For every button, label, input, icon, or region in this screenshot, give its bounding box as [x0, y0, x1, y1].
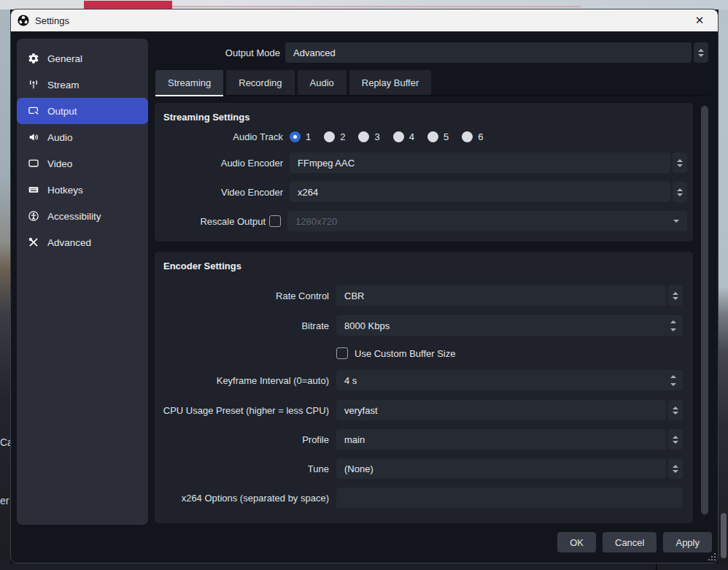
accessibility-icon — [28, 210, 39, 222]
spinner-icon[interactable] — [673, 153, 687, 173]
audio-encoder-select[interactable]: FFmpeg AAC — [290, 153, 687, 173]
radio-icon — [324, 131, 335, 142]
streaming-settings-panel: Streaming Settings Audio Track 1 2 3 4 5… — [155, 103, 693, 242]
chevron-down-icon — [673, 220, 679, 223]
settings-sidebar: General Stream Output Audio Video Hotkey… — [17, 39, 148, 525]
x264-options-input[interactable] — [336, 488, 683, 508]
sidebar-item-hotkeys[interactable]: Hotkeys — [17, 177, 148, 203]
radio-track-1[interactable]: 1 — [290, 131, 311, 142]
sidebar-item-video[interactable]: Video — [17, 150, 148, 177]
resize-grip[interactable] — [708, 553, 716, 561]
close-button[interactable]: ✕ — [686, 9, 713, 31]
sidebar-item-accessibility[interactable]: Accessibility — [17, 203, 148, 229]
radio-track-3[interactable]: 3 — [358, 131, 379, 142]
video-encoder-label: Video Encoder — [155, 187, 283, 198]
background-text-fragment: Ca — [0, 436, 10, 448]
radio-icon — [427, 131, 438, 142]
audio-track-label: Audio Track — [155, 131, 283, 142]
rescale-resolution-combobox[interactable]: 1280x720 — [287, 211, 687, 231]
profile-label: Profile — [155, 434, 329, 445]
tab-recording[interactable]: Recording — [226, 70, 294, 95]
cpu-preset-row: CPU Usage Preset (higher = less CPU) ver… — [155, 400, 693, 420]
use-custom-buffer-checkbox[interactable]: Use Custom Buffer Size — [336, 347, 455, 359]
output-tabs: Streaming Recording Audio Replay Buffer — [155, 70, 708, 96]
rate-control-row: Rate Control CBR — [155, 285, 693, 306]
speaker-icon — [28, 131, 39, 143]
spinner-icon[interactable] — [670, 370, 676, 390]
output-mode-select[interactable]: Advanced — [285, 42, 708, 63]
profile-select[interactable]: main — [336, 429, 683, 450]
audio-track-radios: 1 2 3 4 5 6 — [290, 131, 483, 142]
background-divider — [656, 563, 657, 570]
scrollbar-thumb[interactable] — [701, 106, 708, 515]
profile-row: Profile main — [155, 429, 693, 450]
sidebar-item-audio[interactable]: Audio — [17, 124, 148, 150]
dialog-footer: OK Cancel Apply — [557, 532, 712, 552]
rescale-output-row: Rescale Output 1280x720 — [155, 211, 693, 231]
video-encoder-row: Video Encoder x264 — [155, 182, 693, 202]
radio-track-2[interactable]: 2 — [324, 131, 345, 142]
ok-button[interactable]: OK — [557, 532, 596, 552]
custom-buffer-row: Use Custom Buffer Size — [155, 346, 693, 361]
x264-options-row: x264 Options (separated by space) — [155, 488, 693, 508]
tab-streaming[interactable]: Streaming — [155, 70, 223, 96]
audio-encoder-label: Audio Encoder — [155, 158, 283, 169]
output-icon — [28, 105, 39, 117]
tools-icon — [28, 236, 39, 248]
close-icon: ✕ — [695, 14, 705, 27]
background-left-strip: Ca er — [0, 9, 10, 563]
obs-logo-icon — [18, 15, 29, 26]
spinner-icon[interactable] — [694, 42, 708, 63]
rescale-output-checkbox[interactable] — [269, 215, 281, 227]
audio-encoder-row: Audio Encoder FFmpeg AAC — [155, 153, 693, 173]
display-icon — [28, 158, 39, 169]
radio-track-6[interactable]: 6 — [462, 131, 483, 142]
radio-icon — [358, 131, 369, 142]
rate-control-select[interactable]: CBR — [336, 285, 683, 306]
cpu-preset-select[interactable]: veryfast — [336, 400, 683, 420]
sidebar-item-general[interactable]: General — [17, 45, 148, 72]
bitrate-spinbox[interactable]: 8000 Kbps — [336, 315, 683, 336]
checkbox-icon — [336, 347, 348, 359]
output-mode-row: Output Mode Advanced — [155, 42, 708, 63]
keyframe-interval-spinbox[interactable]: 4 s — [336, 370, 683, 390]
spinner-icon[interactable] — [668, 429, 683, 450]
tab-audio[interactable]: Audio — [298, 70, 346, 95]
cancel-button[interactable]: Cancel — [603, 532, 657, 552]
keyframe-interval-row: Keyframe Interval (0=auto) 4 s — [155, 370, 693, 390]
rate-control-label: Rate Control — [155, 290, 329, 301]
keyframe-interval-label: Keyframe Interval (0=auto) — [155, 375, 329, 386]
radio-icon — [462, 131, 473, 142]
background-text-fragment: er — [0, 495, 9, 507]
tune-select[interactable]: (None) — [336, 458, 683, 479]
sidebar-item-advanced[interactable]: Advanced — [17, 229, 148, 255]
background-red-bar — [84, 1, 172, 9]
radio-icon — [290, 131, 301, 142]
cpu-preset-label: CPU Usage Preset (higher = less CPU) — [155, 405, 329, 416]
sidebar-item-stream[interactable]: Stream — [17, 72, 148, 98]
apply-button[interactable]: Apply — [663, 532, 712, 552]
sidebar-item-label: Advanced — [47, 237, 91, 248]
audio-track-row: Audio Track 1 2 3 4 5 6 — [155, 129, 693, 144]
spinner-icon[interactable] — [668, 458, 683, 479]
section-title: Encoder Settings — [155, 252, 693, 271]
sidebar-item-output[interactable]: Output — [17, 98, 148, 124]
gear-icon — [28, 53, 39, 64]
background-scrollbar — [721, 513, 727, 558]
content-scrollbar[interactable] — [700, 103, 710, 523]
titlebar[interactable]: Settings — [11, 9, 718, 31]
tab-replay-buffer[interactable]: Replay Buffer — [349, 70, 432, 95]
radio-track-4[interactable]: 4 — [393, 131, 414, 142]
spinner-icon[interactable] — [668, 285, 683, 306]
encoder-settings-panel: Encoder Settings Rate Control CBR Bitrat… — [155, 252, 693, 523]
radio-icon — [393, 131, 404, 142]
tune-row: Tune (None) — [155, 458, 693, 479]
tune-label: Tune — [155, 463, 329, 474]
video-encoder-select[interactable]: x264 — [290, 182, 687, 202]
radio-track-5[interactable]: 5 — [427, 131, 449, 142]
output-mode-value: Advanced — [293, 47, 336, 58]
spinner-icon[interactable] — [668, 400, 683, 420]
section-title: Streaming Settings — [155, 103, 693, 123]
spinner-icon[interactable] — [670, 315, 676, 336]
spinner-icon[interactable] — [673, 182, 687, 202]
